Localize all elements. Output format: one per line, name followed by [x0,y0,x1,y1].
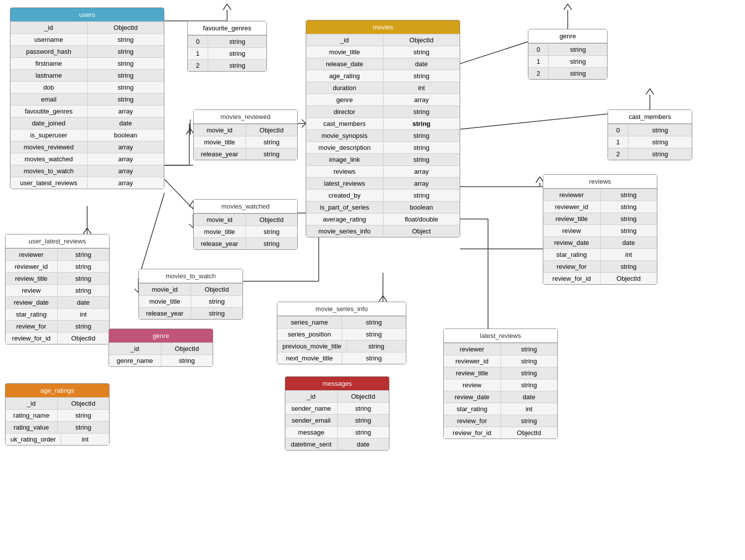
table-header-age_ratings: age_ratings [5,384,109,397]
table-cell-type: array [88,106,164,117]
table-cell-name: message [285,427,337,438]
table-cell-type: string [501,343,558,355]
array-row: 0string [188,35,266,47]
table-cell-type: string [88,70,164,81]
table-cell-name: created_by [306,190,383,201]
table-row: movie_descriptionstring [306,141,460,153]
table-cell-type: array [383,94,460,106]
table-row: age_ratingstring [306,70,460,82]
table-cell-type: string [246,238,298,249]
table-cell-name: uk_rating_order [5,434,61,445]
table-cell-type: ObjectId [58,333,110,344]
table-cell-type: string [338,403,389,414]
array-index: 1 [608,136,628,148]
svg-line-50 [302,123,306,127]
table-cell-type: int [501,403,558,415]
table-cell-type: string [601,201,657,213]
table-row: movie_titlestring [139,295,243,307]
table-row: user_latest_reviewsarray [10,177,164,189]
table-cell-type: string [338,427,389,438]
table-cell-name: reviewer_id [543,201,600,213]
table-row: directorstring [306,106,460,117]
table-user_latest_reviews: user_latest_reviewsreviewerstringreviewe… [5,234,110,344]
table-cell-type: string [383,154,460,165]
array-table-genre_top: genre0string1string2string [528,29,608,80]
array-type: string [628,148,692,160]
table-cell-type: string [347,340,406,352]
table-cell-name: email [10,94,87,105]
table-row: review_titlestring [444,367,557,379]
table-cell-type: string [342,317,406,328]
table-cell-type: date [338,439,389,450]
table-cell-type: string [246,136,298,148]
table-cell-name: reviewer [543,189,600,201]
array-type: string [628,136,692,148]
table-cell-name: series_position [277,329,342,340]
array-type: string [549,44,607,55]
table-cell-name: reviewer [5,249,57,260]
table-row: review_forstring [444,415,557,427]
table-row: favoutite_genresarray [10,105,164,117]
svg-line-41 [379,296,383,302]
table-cell-name: _id [306,34,383,46]
table-cell-type: array [88,165,164,177]
table-cell-name: review_for_id [444,427,500,439]
table-row: review_forstring [5,320,109,332]
table-cell-name: director [306,106,383,117]
table-age_ratings: age_ratings_idObjectIdrating_namestringr… [5,383,110,446]
table-row: _idObjectId [306,34,460,46]
table-cell-type: string [161,355,213,366]
table-cell-name: image_link [306,154,383,165]
table-header-movie_series_info: movie_series_info [277,302,406,316]
array-header-genre_top: genre [528,29,607,43]
table-cell-type: date [601,237,657,248]
array-index: 1 [528,56,548,67]
array-header-favourite_genres: favourite_genres [188,21,266,35]
table-cell-type: boolean [88,129,164,141]
table-users: users_idObjectIdusernamestringpassword_h… [10,7,164,189]
table-cell-name: release_year [194,148,246,160]
table-header-messages: messages [285,377,389,390]
table-row: cast_membersstring [306,117,460,129]
table-header-user_latest_reviews: user_latest_reviews [5,234,109,248]
table-header-movies_reviewed: movies_reviewed [194,110,297,124]
table-cell-type: string [88,94,164,105]
table-row: rating_valuestring [5,421,109,433]
table-cell-type: string [501,379,558,391]
table-cell-type: string [58,422,110,433]
table-cell-name: cast_members [306,118,383,129]
table-row: is_part_of_seriesboolean [306,201,460,213]
table-cell-name: age_rating [306,70,383,82]
table-cell-name: review_for_id [5,333,57,344]
table-cell-name: genre_name [109,355,161,366]
table-row: reviewstring [444,379,557,391]
table-row: review_datedate [444,391,557,403]
array-type: string [549,68,607,79]
table-row: movie_titlestring [194,136,297,148]
table-row: lastnamestring [10,69,164,81]
table-cell-type: string [501,367,558,379]
table-row: review_datedate [5,296,109,308]
table-cell-type: string [383,142,460,153]
table-cell-name: average_rating [306,214,383,225]
table-cell-type: string [383,118,460,129]
svg-line-14 [189,201,193,207]
table-row: review_titlestring [543,213,657,224]
array-table-cast_members: cast_members0string1string2string [608,110,692,160]
table-cell-type: ObjectId [191,284,243,295]
table-cell-name: movie_title [306,46,383,58]
table-row: movies_watchedarray [10,153,164,165]
table-cell-type: int [58,309,110,320]
svg-line-2 [227,4,231,10]
table-cell-type: string [601,213,657,224]
array-type: string [549,56,607,67]
array-row: 1string [528,55,607,67]
table-row: date_joineddate [10,117,164,129]
table-cell-type: array [88,177,164,189]
table-cell-name: release_year [139,308,191,319]
table-header-users: users [10,8,164,21]
table-cell-type: string [342,329,406,340]
table-cell-name: review_title [444,367,500,379]
table-cell-name: dob [10,82,87,93]
array-row: 2string [528,67,607,79]
